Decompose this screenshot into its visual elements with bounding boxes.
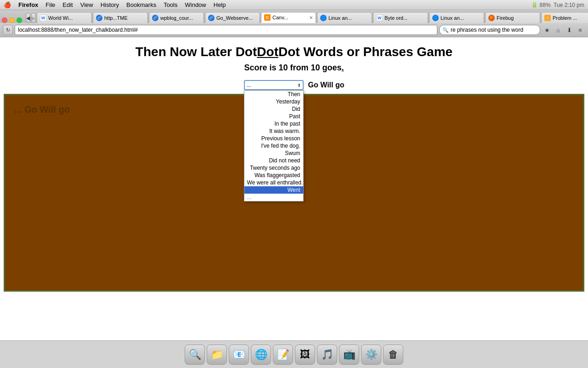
tab-favicon-w3: W [40, 15, 46, 21]
dock-item-settings[interactable]: ⚙️ [361, 345, 381, 365]
option-in-the-past[interactable]: In the past [244, 120, 303, 127]
tab-label-wpblog: wpblog_cour... [160, 15, 193, 21]
select-control[interactable]: ... ⬍ [244, 80, 304, 90]
tab-favicon-wpblog: 🔗 [152, 15, 158, 21]
dock-item-finder[interactable]: 🔍 [185, 345, 205, 365]
dock-item-photos[interactable]: 🖼 [295, 345, 315, 365]
window-controls [2, 17, 22, 23]
tab-wpblog[interactable]: 🔗 wpblog_cour... [149, 12, 204, 23]
option-ive-fed[interactable]: I've fed the dog. [244, 142, 303, 150]
tab-label-problem: Problem ... [553, 15, 577, 21]
dock-item-music[interactable]: 🎵 [317, 345, 337, 365]
option-swum[interactable]: Swum [244, 150, 303, 157]
tab-world[interactable]: W World Wi... [37, 12, 92, 23]
dock-item-browser[interactable]: 🌐 [251, 345, 271, 365]
tab-linux1[interactable]: 🌐 Linux an... [317, 12, 372, 23]
menu-view[interactable]: View [80, 1, 93, 8]
option-did-not-need[interactable]: Did not need [244, 157, 303, 164]
search-bar[interactable]: 🔍 re phrases not using the word [439, 25, 540, 35]
menu-firefox[interactable]: Firefox [18, 1, 38, 8]
settings-icon[interactable]: ≡ [575, 25, 585, 35]
apple-menu[interactable]: 🍎 [4, 1, 11, 8]
option-previous-lesson[interactable]: Previous lesson [244, 135, 303, 142]
title-part1: Then Now Later Dot [136, 45, 257, 59]
dropdown-list: Then Yesterday Did Past In the past It w… [244, 90, 304, 201]
download-icon[interactable]: ⬇ [564, 25, 574, 35]
tab-favicon-firebug: F [488, 15, 495, 21]
tab-tme[interactable]: 🔗 http...TME [93, 12, 148, 23]
option-yesterday[interactable]: Yesterday [244, 98, 303, 105]
tab-byte[interactable]: W Byte ord... [373, 12, 428, 23]
tab-label-go: Go_Webserve... [216, 15, 253, 21]
dock-item-folder[interactable]: 📁 [207, 345, 227, 365]
tab-favicon-linux2: 🌐 [432, 15, 439, 21]
back-button[interactable]: ◀ [26, 13, 30, 23]
tab-label-linux2: Linux an... [441, 15, 464, 21]
score-link[interactable]: . [342, 63, 344, 72]
option-twenty-seconds[interactable]: Twenty seconds ago [244, 164, 303, 172]
home-icon[interactable]: ⌂ [553, 25, 563, 35]
score-line: Score is 10 from 10 goes. [0, 63, 588, 80]
menu-help[interactable]: Help [214, 1, 226, 8]
dock-item-mail[interactable]: 📧 [229, 345, 249, 365]
browser-chrome: ◀ ▶ W World Wi... 🔗 http...TME 🔗 wpblog_… [0, 10, 588, 37]
option-did[interactable]: Did [244, 105, 303, 113]
dropdown-area: ... ⬍ Then Yesterday Did Past In the pas… [0, 80, 588, 94]
address-bar[interactable]: localhost:8888/then_now_later_chalkboard… [15, 25, 437, 35]
tab-favicon-tme: 🔗 [96, 15, 102, 21]
tab-bar: ◀ ▶ W World Wi... 🔗 http...TME 🔗 wpblog_… [0, 10, 588, 23]
minimize-button[interactable] [9, 17, 15, 23]
dock-item-notes[interactable]: 📝 [273, 345, 293, 365]
score-text: Score is 10 from 10 goes [244, 63, 341, 72]
menu-tools[interactable]: Tools [164, 1, 177, 8]
reload-button[interactable]: ↻ [3, 25, 13, 35]
tab-firebug[interactable]: F Firebug [485, 12, 540, 23]
tab-label-byte: Byte ord... [384, 15, 407, 21]
menu-window[interactable]: Window [185, 1, 206, 8]
tab-favicon-byte: W [376, 15, 383, 21]
dropdown-label: Go Will go [308, 80, 345, 90]
title-dot: Dot [257, 45, 278, 59]
search-icon: 🔍 [442, 27, 449, 33]
option-it-was-warm[interactable]: It was warm. [244, 127, 303, 135]
tab-label-tme: http...TME [104, 15, 128, 21]
option-then[interactable]: Then [244, 91, 303, 98]
dock-item-video[interactable]: 📺 [339, 345, 359, 365]
tab-go-webserve[interactable]: 🔗 Go_Webserve... [205, 12, 260, 23]
toolbar-icons: ★ ⌂ ⬇ ≡ [542, 25, 585, 35]
maximize-button[interactable] [17, 17, 22, 23]
bookmark-star-icon[interactable]: ★ [542, 25, 552, 35]
tab-favicon-problem: ! [544, 15, 551, 21]
tab-label-firebug: Firebug [497, 15, 514, 21]
menu-bar: 🍎 Firefox File Edit View History Bookmar… [0, 0, 588, 10]
tab-favicon-canvas: C [264, 14, 271, 21]
menu-bookmarks[interactable]: Bookmarks [126, 1, 156, 8]
dock-item-trash[interactable]: 🗑 [383, 345, 403, 365]
page-content: Then Now Later DotDotDot Words or Phrase… [0, 37, 588, 292]
option-ellipsis[interactable]: ... [244, 194, 303, 201]
tab-canvas[interactable]: C Canv... ✕ [261, 12, 316, 23]
tab-label-world: World Wi... [48, 15, 73, 21]
menu-file[interactable]: File [45, 1, 55, 8]
close-button[interactable] [2, 17, 7, 23]
tab-favicon-go: 🔗 [208, 15, 215, 21]
menu-history[interactable]: History [101, 1, 119, 8]
option-was-flaggergasted[interactable]: Was flaggergasted [244, 172, 303, 179]
option-we-were-all[interactable]: We were all enthralled. [244, 179, 303, 186]
tab-linux2[interactable]: 🌐 Linux an... [429, 12, 484, 23]
select-value: ... [247, 82, 251, 88]
dock: 🔍 📁 📧 🌐 📝 🖼 🎵 📺 ⚙️ 🗑 [0, 340, 588, 368]
select-wrapper: ... ⬍ Then Yesterday Did Past In the pas… [244, 80, 304, 90]
search-text: re phrases not using the word [451, 27, 523, 33]
tab-label-linux1: Linux an... [328, 15, 352, 21]
tab-problem[interactable]: ! Problem ... [541, 12, 588, 23]
tab-close-canvas[interactable]: ✕ [309, 15, 313, 20]
menu-edit[interactable]: Edit [62, 1, 73, 8]
select-arrow-icon: ⬍ [297, 83, 301, 88]
page-title: Then Now Later DotDotDot Words or Phrase… [0, 37, 588, 63]
address-row: ↻ localhost:8888/then_now_later_chalkboa… [0, 23, 588, 37]
forward-button[interactable]: ▶ [31, 13, 36, 23]
option-went[interactable]: Went [244, 186, 303, 194]
title-part2: Dot Words or Phrases Game [278, 45, 452, 59]
option-past[interactable]: Past [244, 113, 303, 120]
